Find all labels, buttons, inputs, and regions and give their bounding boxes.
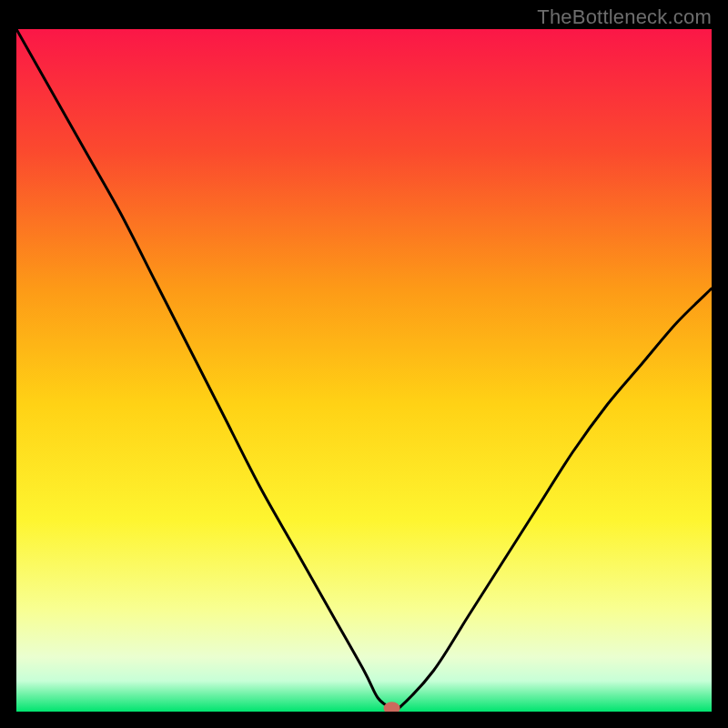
chart-frame: TheBottleneck.com bbox=[0, 0, 728, 728]
gradient-background bbox=[16, 29, 712, 712]
chart-svg bbox=[16, 29, 712, 712]
watermark-text: TheBottleneck.com bbox=[537, 5, 712, 29]
plot-area bbox=[16, 29, 712, 712]
